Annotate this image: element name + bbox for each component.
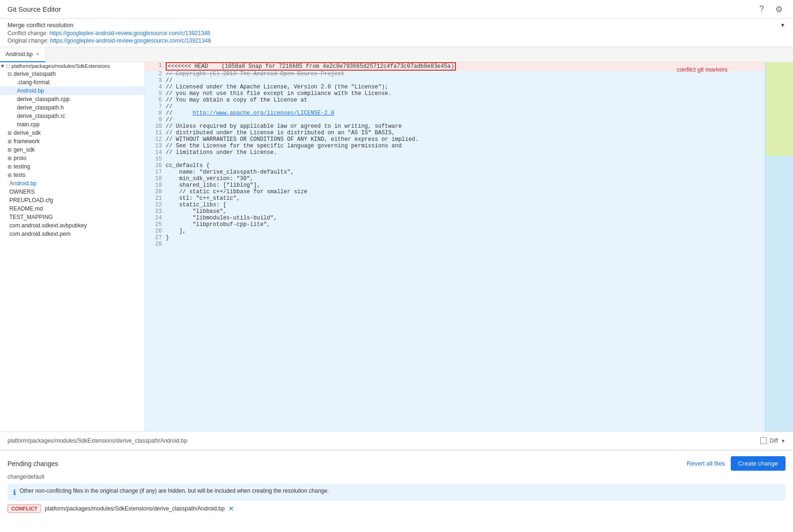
tree-item-com.android.sdkext.pem[interactable]: com.android.sdkext.pem	[0, 230, 145, 238]
code-row-25: 25 "libprotobuf-cpp-lite",	[145, 221, 765, 228]
dropdown-arrow[interactable]: ▼	[780, 22, 786, 29]
code-line-7[interactable]: //	[164, 103, 174, 110]
line-number-1: 1	[145, 62, 164, 71]
tree-label: derive_classpath	[14, 71, 56, 77]
code-row-6: 6// You may obtain a copy of the License…	[145, 97, 765, 103]
tree-label: OWNERS	[9, 189, 35, 195]
code-line-12[interactable]: // WITHOUT WARRANTIES OR CONDITIONS OF A…	[164, 136, 420, 143]
line-number-10: 10	[145, 123, 164, 130]
app-title: Git Source Editor	[7, 5, 61, 13]
tree-item-derive_classpath.cpp[interactable]: derive_classpath.cpp	[0, 95, 145, 103]
tree-item-.clang-format[interactable]: .clang-format	[0, 78, 145, 87]
minimap	[765, 62, 793, 431]
code-line-14[interactable]: // limitations under the License.	[164, 149, 279, 156]
code-line-16[interactable]: cc_defaults {	[164, 162, 212, 169]
original-change-label: Original change:	[7, 37, 48, 44]
code-row-17: 17 name: "derive_classpath-defaults",	[145, 169, 765, 175]
code-area[interactable]: 1<<<<<<< HEAD (1058a6 Snap for 7216685 f…	[145, 62, 765, 431]
line-number-24: 24	[145, 215, 164, 221]
code-line-6[interactable]: // You may obtain a copy of the License …	[164, 97, 309, 103]
code-line-13[interactable]: // See the License for the specific lang…	[164, 143, 404, 149]
code-line-3[interactable]: //	[164, 77, 174, 84]
tree-label: gen_sdk	[14, 146, 35, 153]
tree-item-proto[interactable]: ⊞proto	[0, 154, 145, 162]
line-number-28: 28	[145, 241, 164, 248]
code-line-8[interactable]: // http://www.apache.org/licenses/LICENS…	[164, 110, 336, 117]
code-line-22[interactable]: static_libs: [	[164, 202, 228, 208]
code-line-24[interactable]: "libmodules-utils-build",	[164, 215, 279, 221]
code-line-18[interactable]: min_sdk_version: "30",	[164, 175, 255, 182]
file-path: platform/packages/modules/SdkExtensions/…	[7, 437, 187, 444]
code-line-28[interactable]	[164, 241, 168, 248]
settings-icon[interactable]: ⚙	[775, 4, 786, 15]
code-line-20[interactable]: // static c++/libbase for smaller size	[164, 189, 309, 195]
code-row-14: 14// limitations under the License.	[145, 149, 765, 156]
tree-item-derive_classpath.h[interactable]: derive_classpath.h	[0, 103, 145, 112]
code-line-21[interactable]: stl: "c++_static",	[164, 195, 242, 202]
original-change-link[interactable]: https://googleplex-android-review.google…	[50, 37, 211, 44]
tree-item-derive_classpath.rc[interactable]: derive_classpath.rc	[0, 112, 145, 120]
diff-checkbox[interactable]: Diff ▼	[760, 437, 786, 444]
tree-item-platform/packages/modules/sdkextensions[interactable]: ▼ □platform/packages/modules/SdkExtensio…	[0, 62, 145, 70]
tab-bar: Android.bp ✕	[0, 47, 793, 62]
tree-item-readme.md[interactable]: README.md	[0, 204, 145, 213]
tree-icon: ⊞	[7, 172, 12, 178]
code-line-9[interactable]: //	[164, 117, 174, 123]
tab-close-icon[interactable]: ✕	[36, 51, 39, 57]
revert-all-button[interactable]: Revert all files	[687, 460, 725, 467]
code-row-22: 22 static_libs: [	[145, 202, 765, 208]
code-row-5: 5// you may not use this file except in …	[145, 90, 765, 97]
help-icon[interactable]: ?	[759, 4, 770, 15]
code-line-5[interactable]: // you may not use this file except in c…	[164, 90, 393, 97]
tree-item-com.android.sdkext.avbpubkey[interactable]: com.android.sdkext.avbpubkey	[0, 221, 145, 230]
create-change-button[interactable]: Create change	[731, 456, 786, 471]
code-table: 1<<<<<<< HEAD (1058a6 Snap for 7216685 f…	[145, 62, 765, 248]
code-line-23[interactable]: "libbase",	[164, 208, 228, 215]
code-row-11: 11// distributed under the License is di…	[145, 130, 765, 136]
code-line-15[interactable]	[164, 156, 168, 162]
tree-icon: ⊞	[7, 155, 12, 161]
code-line-25[interactable]: "libprotobuf-cpp-lite",	[164, 221, 272, 228]
tree-item-test_mapping[interactable]: TEST_MAPPING	[0, 213, 145, 221]
info-text: Other non-conflicting files in the origi…	[20, 488, 329, 494]
code-line-11[interactable]: // distributed under the License is dist…	[164, 130, 397, 136]
tree-label: platform/packages/modules/SdkExtensions	[12, 63, 110, 69]
code-line-2[interactable]: // Copyright (C) 2019 The Android Open S…	[164, 71, 346, 77]
line-number-12: 12	[145, 136, 164, 143]
code-line-26[interactable]: ],	[164, 228, 188, 234]
tree-label: tests	[14, 172, 25, 178]
code-line-17[interactable]: name: "derive_classpath-defaults",	[164, 169, 296, 175]
tree-item-framework[interactable]: ⊞framework	[0, 137, 145, 146]
tree-item-testing[interactable]: ⊞testing	[0, 162, 145, 171]
code-line-19[interactable]: shared_libs: ["liblog"],	[164, 182, 262, 189]
diff-dropdown-icon[interactable]: ▼	[781, 438, 786, 444]
conflict-change-link[interactable]: https://googleplex-android-review.google…	[50, 30, 211, 36]
line-number-16: 16	[145, 162, 164, 169]
code-row-12: 12// WITHOUT WARRANTIES OR CONDITIONS OF…	[145, 136, 765, 143]
code-row-21: 21 stl: "c++_static",	[145, 195, 765, 202]
line-number-15: 15	[145, 156, 164, 162]
diff-checkbox-box[interactable]	[760, 437, 767, 444]
tree-label: com.android.sdkext.pem	[9, 231, 71, 237]
tree-item-derive_classpath[interactable]: ⊟derive_classpath	[0, 70, 145, 78]
line-number-7: 7	[145, 103, 164, 110]
tree-item-tests[interactable]: ⊞tests	[0, 171, 145, 179]
tree-item-android.bp[interactable]: Android.bp	[0, 87, 145, 95]
tree-item-preupload.cfg[interactable]: PREUPLOAD.cfg	[0, 196, 145, 204]
line-number-20: 20	[145, 189, 164, 195]
tree-item-android.bp[interactable]: Android.bp	[0, 179, 145, 188]
code-line-10[interactable]: // Unless required by applicable law or …	[164, 123, 404, 130]
tree-item-main.cpp[interactable]: main.cpp	[0, 120, 145, 129]
tree-item-derive_sdk[interactable]: ⊞derive_sdk	[0, 129, 145, 137]
conflict-remove-icon[interactable]: ✕	[228, 505, 234, 512]
code-line-27[interactable]: }	[164, 234, 171, 241]
pending-section: Pending changes Revert all files Create …	[0, 450, 793, 518]
tab-android-bp[interactable]: Android.bp ✕	[0, 47, 45, 62]
conflict-bar-title: Merge conflict resolution	[7, 22, 73, 29]
tree-item-gen_sdk[interactable]: ⊞gen_sdk	[0, 146, 145, 154]
code-line-4[interactable]: // Licensed under the Apache License, Ve…	[164, 84, 390, 90]
tree-item-owners[interactable]: OWNERS	[0, 188, 145, 196]
license-link[interactable]: http://www.apache.org/licenses/LICENSE-2…	[193, 110, 334, 117]
code-line-1[interactable]: <<<<<<< HEAD (1058a6 Snap for 7216685 fr…	[164, 62, 458, 71]
line-number-26: 26	[145, 228, 164, 234]
